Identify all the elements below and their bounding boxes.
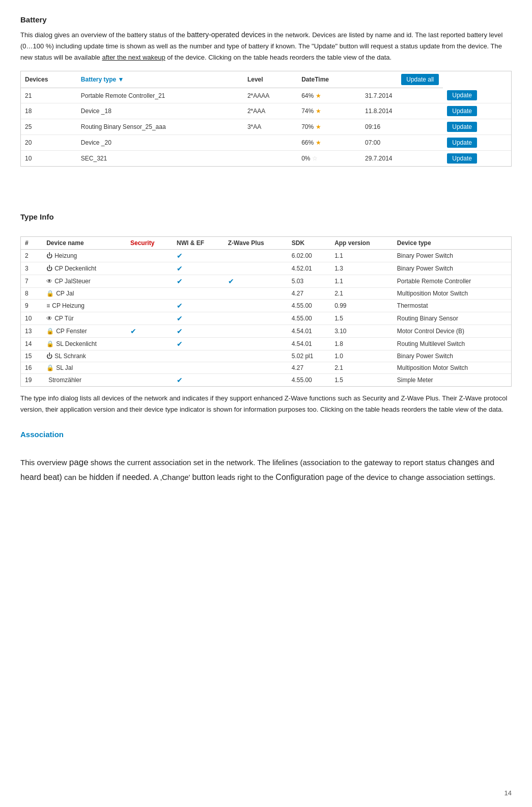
type-cell-type: Motor Control Device (B) xyxy=(393,325,511,338)
battery-cell-action: Update xyxy=(443,151,511,167)
battery-cell-type: 2*AAA xyxy=(243,103,297,119)
type-cell-id: 3 xyxy=(21,262,42,275)
check-icon: ✔ xyxy=(177,376,183,384)
type-cell-id: 13 xyxy=(21,325,42,338)
type-info-description: The type info dialog lists all devices o… xyxy=(20,393,512,415)
update-button[interactable]: Update xyxy=(447,153,477,164)
check-icon: ✔ xyxy=(177,264,183,273)
type-col-zwave[interactable]: Z-Wave Plus xyxy=(224,237,288,250)
battery-cell-level: 70% ★ xyxy=(297,119,361,135)
type-cell-sdk: 5.02 pl1 xyxy=(288,351,330,362)
battery-cell-id: 21 xyxy=(21,88,77,103)
type-cell-zwave xyxy=(224,338,288,351)
device-icon: 🔒 xyxy=(46,290,54,297)
battery-cell-datetime: 31.7.2014 xyxy=(361,88,443,103)
type-col-name[interactable]: Device name xyxy=(42,237,126,250)
type-cell-type: Multiposition Motor Switch xyxy=(393,362,511,374)
battery-col-type[interactable]: Battery type ▼ xyxy=(77,71,243,88)
type-cell-app: 1.5 xyxy=(330,312,393,325)
type-cell-type: Simple Meter xyxy=(393,374,511,387)
check-icon: ✔ xyxy=(177,340,183,348)
type-cell-type: Routing Binary Sensor xyxy=(393,312,511,325)
check-icon: ✔ xyxy=(177,302,183,310)
check-icon: ✔ xyxy=(177,314,183,322)
device-icon: ⏻ xyxy=(46,353,52,360)
type-cell-nwi: ✔ xyxy=(173,338,224,351)
type-table-row: 16 🔒SL Jal 4.27 2.1 Multiposition Motor … xyxy=(21,362,511,374)
update-button[interactable]: Update xyxy=(447,138,477,148)
check-icon: ✔ xyxy=(177,252,183,260)
type-cell-nwi xyxy=(173,351,224,362)
type-cell-id: 8 xyxy=(21,288,42,300)
type-cell-zwave xyxy=(224,312,288,325)
type-col-id[interactable]: # xyxy=(21,237,42,250)
device-icon: 🔒 xyxy=(46,364,54,371)
battery-cell-datetime: 11.8.2014 xyxy=(361,103,443,119)
update-button[interactable]: Update xyxy=(447,122,477,132)
battery-section: Battery This dialog gives an overview of… xyxy=(20,15,512,167)
battery-col-datetime[interactable]: DateTime xyxy=(297,71,361,88)
type-cell-zwave xyxy=(224,250,288,262)
battery-cell-name: Portable Remote Controller_21 xyxy=(77,88,243,103)
type-table-row: 3 ⏻CP Deckenlicht ✔ 4.52.01 1.3 Binary P… xyxy=(21,262,511,275)
type-cell-app: 2.1 xyxy=(330,362,393,374)
type-cell-name: ≡CP Heizung xyxy=(42,300,126,312)
check-icon: ✔ xyxy=(177,327,183,335)
type-cell-zwave xyxy=(224,374,288,387)
check-icon: ✔ xyxy=(130,327,136,335)
update-button[interactable]: Update xyxy=(447,106,477,116)
star-full-icon: ★ xyxy=(316,139,321,146)
battery-table: Devices Battery type ▼ Level DateTime Up… xyxy=(21,71,511,167)
type-info-table: # Device name Security NWI & EF Z-Wave P… xyxy=(21,237,511,386)
type-cell-zwave xyxy=(224,325,288,338)
device-icon: ≡ xyxy=(46,302,50,309)
type-cell-security xyxy=(126,262,173,275)
type-table-row: 8 🔒CP Jal 4.27 2.1 Multiposition Motor S… xyxy=(21,288,511,300)
type-cell-name: 🔒CP Fenster xyxy=(42,325,126,338)
device-icon: ⏻ xyxy=(46,252,52,259)
type-cell-name: 👁CP JalSteuer xyxy=(42,275,126,288)
type-cell-name: 🔒SL Deckenlicht xyxy=(42,338,126,351)
battery-col-level[interactable]: Level xyxy=(243,71,297,88)
battery-cell-action: Update xyxy=(443,119,511,135)
update-all-button[interactable]: Update all xyxy=(401,74,439,85)
battery-col-action: Update all xyxy=(361,71,443,88)
type-cell-nwi: ✔ xyxy=(173,312,224,325)
battery-cell-datetime: 07:00 xyxy=(361,135,443,151)
type-cell-name: 🔒CP Jal xyxy=(42,288,126,300)
type-info-table-wrapper: # Device name Security NWI & EF Z-Wave P… xyxy=(20,236,512,387)
type-cell-security xyxy=(126,250,173,262)
battery-cell-type: 2*AAAA xyxy=(243,88,297,103)
type-cell-id: 2 xyxy=(21,250,42,262)
battery-table-row: 10 SEC_321 0% ☆ 29.7.2014 Update xyxy=(21,151,511,167)
battery-heading: Battery xyxy=(20,15,512,24)
battery-cell-level: 74% ★ xyxy=(297,103,361,119)
type-cell-sdk: 4.55.00 xyxy=(288,300,330,312)
battery-col-devices[interactable]: Devices xyxy=(21,71,77,88)
type-cell-name: Stromzähler xyxy=(42,374,126,387)
type-col-security[interactable]: Security xyxy=(126,237,173,250)
update-button[interactable]: Update xyxy=(447,90,477,100)
battery-cell-action: Update xyxy=(443,88,511,103)
battery-cell-datetime: 29.7.2014 xyxy=(361,151,443,167)
battery-cell-action: Update xyxy=(443,103,511,119)
type-col-sdk[interactable]: SDK xyxy=(288,237,330,250)
type-col-type[interactable]: Device type xyxy=(393,237,511,250)
type-cell-nwi xyxy=(173,288,224,300)
type-cell-security xyxy=(126,362,173,374)
type-cell-app: 1.8 xyxy=(330,338,393,351)
type-cell-id: 19 xyxy=(21,374,42,387)
battery-cell-level: 0% ☆ xyxy=(297,151,361,167)
type-info-section: Type Info # Device name Security NWI & E… xyxy=(20,212,512,415)
type-cell-nwi: ✔ xyxy=(173,250,224,262)
star-full-icon: ★ xyxy=(316,92,321,99)
type-col-nwi[interactable]: NWI & EF xyxy=(173,237,224,250)
device-icon: 👁 xyxy=(46,315,52,322)
type-cell-name: 🔒SL Jal xyxy=(42,362,126,374)
type-col-app[interactable]: App version xyxy=(330,237,393,250)
battery-table-row: 20 Device _20 66% ★ 07:00 Update xyxy=(21,135,511,151)
type-cell-type: Thermostat xyxy=(393,300,511,312)
type-cell-sdk: 4.54.01 xyxy=(288,325,330,338)
association-heading: Association xyxy=(20,430,512,439)
star-full-icon: ★ xyxy=(316,123,321,130)
